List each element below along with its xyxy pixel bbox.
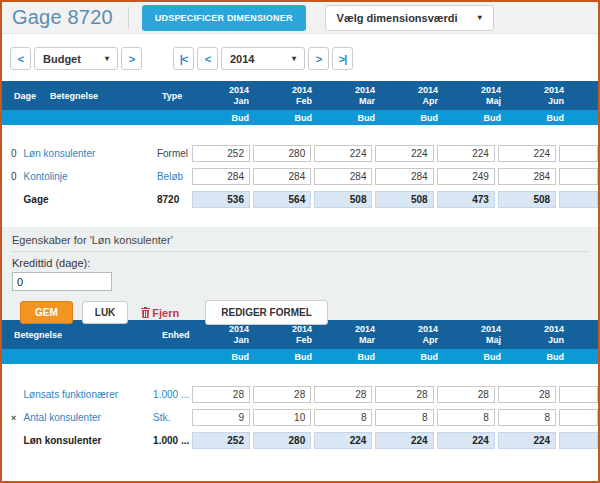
budget-cell[interactable]: 28 bbox=[437, 386, 495, 403]
column-header-month: 2014Maj bbox=[450, 81, 513, 110]
budget-cell[interactable]: 28 bbox=[498, 386, 556, 403]
account-table: Dage Betegnelse Type 2014Jan 2014Feb 201… bbox=[2, 81, 598, 208]
budget-next-button[interactable]: > bbox=[121, 47, 142, 70]
sum-cell: 564 bbox=[253, 191, 311, 208]
udspecificer-dimensioner-button[interactable]: UDSPECIFICER DIMENSIONER bbox=[142, 5, 306, 31]
row-label-link[interactable]: Løn konsulenter bbox=[24, 148, 157, 159]
table-row: × Antal konsulenter Stk. 9 10 8 8 8 8 bbox=[2, 409, 598, 426]
remove-row-icon[interactable]: × bbox=[2, 413, 24, 423]
year-dropdown-label: 2014 bbox=[230, 53, 254, 65]
budget-cell[interactable]: 8 bbox=[375, 409, 433, 426]
sum-row-account: 8720 bbox=[157, 194, 192, 205]
app-window: Gage 8720 UDSPECIFICER DIMENSIONER Vælg … bbox=[0, 0, 600, 483]
egenskaber-panel-title: Egenskaber for 'Løn konsulenter' bbox=[12, 234, 588, 252]
budget-cell[interactable]: 28 bbox=[253, 386, 311, 403]
sum-cell-clipped bbox=[559, 191, 598, 208]
budget-cell[interactable]: 9 bbox=[192, 409, 250, 426]
budget-cell[interactable]: 224 bbox=[314, 145, 372, 162]
subheader-bud: Bud bbox=[324, 352, 387, 362]
row-label-link[interactable]: Lønsats funktionærer bbox=[24, 389, 154, 400]
vaelg-dimensionsvaerdi-dropdown[interactable]: Vælg dimensionsværdi ▾ bbox=[325, 5, 494, 31]
budget-cell[interactable]: 28 bbox=[192, 386, 250, 403]
budget-cell[interactable]: 284 bbox=[314, 168, 372, 185]
sum-cell: 280 bbox=[253, 432, 311, 449]
subheader-bud: Bud bbox=[261, 352, 324, 362]
year-prev-button[interactable]: < bbox=[197, 47, 218, 70]
chevron-down-icon: ▾ bbox=[292, 54, 296, 63]
subheader-bud: Bud bbox=[324, 113, 387, 123]
subheader-bud: Bud bbox=[387, 113, 450, 123]
account-table-subheader: Bud Bud Bud Bud Bud Bud bbox=[2, 110, 598, 125]
budget-cell[interactable]: 224 bbox=[375, 145, 433, 162]
budget-cell-clipped[interactable] bbox=[559, 386, 598, 403]
sum-row-label: Gage bbox=[24, 194, 157, 205]
budget-cell[interactable]: 252 bbox=[192, 145, 250, 162]
column-header-month: 2014Jan bbox=[198, 81, 261, 110]
budget-dropdown-label: Budget bbox=[43, 53, 81, 65]
row-unit: 1.000 ... bbox=[153, 389, 192, 400]
subheader-bud: Bud bbox=[198, 113, 261, 123]
budget-cell[interactable]: 284 bbox=[375, 168, 433, 185]
top-bar: Gage 8720 UDSPECIFICER DIMENSIONER Vælg … bbox=[2, 2, 598, 34]
kredittid-input[interactable] bbox=[12, 272, 112, 291]
sum-row-unit: 1.000 ... bbox=[153, 435, 192, 446]
sum-cell: 508 bbox=[314, 191, 372, 208]
row-label-link[interactable]: Antal konsulenter bbox=[24, 412, 154, 423]
sum-cell: 224 bbox=[314, 432, 372, 449]
year-last-button[interactable]: >| bbox=[332, 47, 353, 70]
budget-cell[interactable]: 284 bbox=[192, 168, 250, 185]
column-header-month: 2014Apr bbox=[387, 81, 450, 110]
trash-icon bbox=[141, 307, 150, 318]
subheader-bud: Bud bbox=[198, 352, 261, 362]
row-label-link[interactable]: Kontolinje bbox=[24, 171, 157, 182]
sum-cell: 473 bbox=[437, 191, 495, 208]
budget-dropdown[interactable]: Budget ▾ bbox=[34, 47, 118, 70]
column-header-betegnelse: Betegnelse bbox=[38, 91, 150, 101]
fjern-label: Fjern bbox=[152, 307, 179, 319]
sum-row-label: Løn konsulenter bbox=[24, 435, 154, 446]
budget-cell-clipped[interactable] bbox=[559, 168, 598, 185]
account-table-header: Dage Betegnelse Type 2014Jan 2014Feb 201… bbox=[2, 81, 598, 110]
navigation-row: < Budget ▾ > |< < 2014 ▾ > >| bbox=[10, 47, 598, 70]
detail-table-header: Betegnelse Enhed 2014Jan 2014Feb 2014Mar… bbox=[2, 320, 598, 349]
column-header-month: 2014Apr bbox=[387, 320, 450, 349]
budget-cell[interactable]: 224 bbox=[498, 145, 556, 162]
budget-cell[interactable]: 28 bbox=[375, 386, 433, 403]
table-row: 0 Løn konsulenter Formel 252 280 224 224… bbox=[2, 145, 598, 162]
fjern-button[interactable]: Fjern bbox=[141, 307, 179, 319]
kredittid-label: Kredittid (dage): bbox=[12, 257, 588, 269]
column-header-dage: Dage bbox=[2, 91, 38, 101]
budget-cell[interactable]: 10 bbox=[253, 409, 311, 426]
subheader-bud: Bud bbox=[513, 113, 576, 123]
budget-cell[interactable]: 284 bbox=[498, 168, 556, 185]
subheader-bud: Bud bbox=[450, 352, 513, 362]
row-type-link[interactable]: Beløb bbox=[157, 171, 192, 182]
sum-row: Løn konsulenter 1.000 ... 252 280 224 22… bbox=[2, 432, 598, 449]
budget-cell-clipped[interactable] bbox=[559, 409, 598, 426]
column-header-betegnelse: Betegnelse bbox=[2, 330, 150, 340]
dage-value: 0 bbox=[2, 171, 24, 182]
table-row: Lønsats funktionærer 1.000 ... 28 28 28 … bbox=[2, 386, 598, 403]
budget-prev-button[interactable]: < bbox=[10, 47, 31, 70]
account-table-rows: 0 Løn konsulenter Formel 252 280 224 224… bbox=[2, 125, 598, 208]
subheader-bud: Bud bbox=[387, 352, 450, 362]
budget-cell[interactable]: 224 bbox=[437, 145, 495, 162]
row-unit: Stk. bbox=[153, 412, 192, 423]
year-next-button[interactable]: > bbox=[308, 47, 329, 70]
column-header-month: 2014Jan bbox=[198, 320, 261, 349]
sum-cell: 224 bbox=[437, 432, 495, 449]
budget-cell[interactable]: 8 bbox=[498, 409, 556, 426]
budget-cell[interactable]: 249 bbox=[437, 168, 495, 185]
column-header-month: 2014Mar bbox=[324, 81, 387, 110]
budget-cell-clipped[interactable] bbox=[559, 145, 598, 162]
year-first-button[interactable]: |< bbox=[173, 47, 194, 70]
detail-table-subheader: Bud Bud Bud Bud Bud Bud bbox=[2, 349, 598, 364]
dage-value: 0 bbox=[2, 148, 24, 159]
budget-cell[interactable]: 28 bbox=[314, 386, 372, 403]
budget-cell[interactable]: 8 bbox=[437, 409, 495, 426]
year-dropdown[interactable]: 2014 ▾ bbox=[221, 47, 305, 70]
budget-cell[interactable]: 280 bbox=[253, 145, 311, 162]
subheader-bud: Bud bbox=[261, 113, 324, 123]
budget-cell[interactable]: 8 bbox=[314, 409, 372, 426]
budget-cell[interactable]: 284 bbox=[253, 168, 311, 185]
